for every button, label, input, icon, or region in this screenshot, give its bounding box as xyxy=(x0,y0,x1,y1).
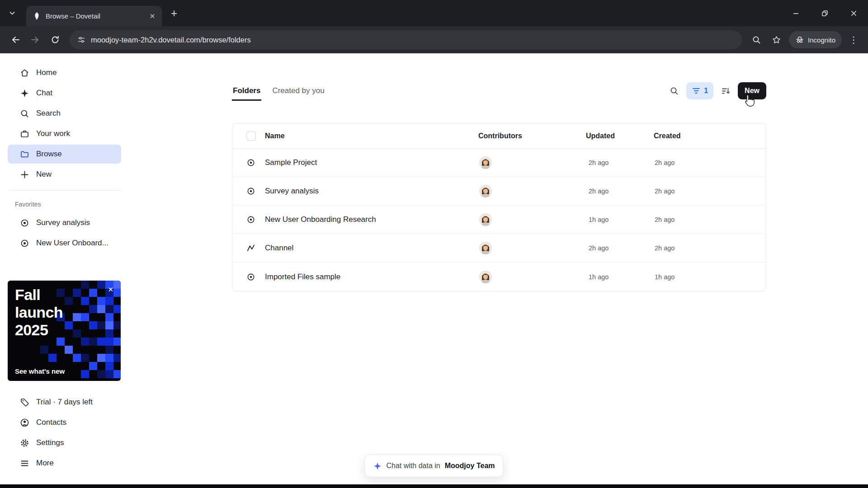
back-arrow-icon xyxy=(10,35,20,45)
favorite-item-survey-analysis[interactable]: Survey analysis xyxy=(8,213,121,232)
sort-icon xyxy=(721,86,731,96)
contributor-avatar xyxy=(479,242,492,254)
sidebar-item-label: Settings xyxy=(36,438,64,447)
column-header-name[interactable]: Name xyxy=(265,132,285,140)
back-button[interactable] xyxy=(6,31,24,49)
chat-pill-text: Chat with data in xyxy=(386,462,440,470)
reload-icon xyxy=(50,35,60,45)
folder-icon xyxy=(20,150,29,159)
favorite-item-new-user-onboarding[interactable]: New User Onboard... xyxy=(8,234,121,253)
reload-button[interactable] xyxy=(46,31,64,49)
sparkle-icon xyxy=(373,462,382,470)
plus-icon xyxy=(20,170,29,179)
promo-close-icon[interactable]: ✕ xyxy=(108,286,113,294)
folder-name: Sample Project xyxy=(265,158,317,167)
updated-value: 2h ago xyxy=(589,188,609,195)
table-row[interactable]: Imported Files sample 1h ago 1h ago xyxy=(232,263,766,291)
incognito-label: Incognito xyxy=(808,36,835,44)
created-value: 2h ago xyxy=(655,188,675,195)
sidebar-divider xyxy=(8,190,121,191)
sidebar-item-label: More xyxy=(36,459,54,468)
contributor-avatar xyxy=(479,271,492,283)
maximize-button[interactable] xyxy=(810,0,839,26)
sidebar-item-chat[interactable]: Chat xyxy=(8,84,121,103)
search-tabs-button[interactable] xyxy=(747,31,765,49)
table-row[interactable]: Sample Project 2h ago 2h ago xyxy=(232,149,766,177)
updated-value: 2h ago xyxy=(589,159,609,166)
target-icon xyxy=(246,272,255,282)
promo-card[interactable]: Fall launch 2025 ✕ See what's new xyxy=(8,281,121,381)
chat-with-data-pill[interactable]: Chat with data in Moodjoy Team xyxy=(364,455,503,477)
tag-icon xyxy=(20,398,29,407)
created-value: 1h ago xyxy=(655,273,675,281)
sidebar-item-search[interactable]: Search xyxy=(8,104,121,123)
sidebar-item-contacts[interactable]: Contacts xyxy=(8,413,121,432)
column-header-created[interactable]: Created xyxy=(654,132,681,140)
sidebar-item-settings[interactable]: Settings xyxy=(8,433,121,452)
close-icon xyxy=(850,10,857,17)
sidebar-item-label: Home xyxy=(36,68,57,77)
updated-value: 1h ago xyxy=(589,216,609,223)
tab-search-button[interactable] xyxy=(5,5,20,21)
filter-icon xyxy=(692,86,701,95)
favorite-item-label: Survey analysis xyxy=(36,218,90,227)
promo-title: Fall launch 2025 xyxy=(15,286,63,339)
sidebar-item-trial[interactable]: Trial · 7 days left xyxy=(8,393,121,412)
minimize-button[interactable] xyxy=(781,0,810,26)
created-value: 2h ago xyxy=(655,159,675,166)
target-icon xyxy=(246,158,255,167)
sidebar-item-home[interactable]: Home xyxy=(8,63,121,82)
table-header: Name Contributors Updated Created xyxy=(232,123,766,149)
tab-folders[interactable]: Folders xyxy=(232,82,261,101)
browser-tab-strip: Browse – Dovetail ✕ + xyxy=(0,0,868,26)
promo-link[interactable]: See what's new xyxy=(15,367,65,375)
favorite-item-label: New User Onboard... xyxy=(36,239,108,248)
forward-arrow-icon xyxy=(30,35,40,45)
new-tab-button[interactable]: + xyxy=(166,5,182,21)
sidebar-item-label: Search xyxy=(36,109,61,118)
site-settings-icon[interactable] xyxy=(77,35,86,44)
browser-toolbar: moodjoy-team-2h2v.dovetail.com/browse/fo… xyxy=(0,26,868,53)
sidebar-item-more[interactable]: More xyxy=(8,454,121,473)
person-icon xyxy=(20,418,29,427)
column-header-updated[interactable]: Updated xyxy=(586,132,615,140)
gear-icon xyxy=(20,438,29,448)
table-row[interactable]: Survey analysis 2h ago 2h ago xyxy=(232,177,766,206)
target-icon xyxy=(20,218,29,228)
url-text: moodjoy-team-2h2v.dovetail.com/browse/fo… xyxy=(91,36,251,44)
sidebar-item-label: Contacts xyxy=(36,418,66,427)
tab-created-by-you[interactable]: Created by you xyxy=(271,82,325,101)
sidebar-item-browse[interactable]: Browse xyxy=(8,145,121,164)
contributor-avatar xyxy=(479,185,492,197)
filter-button[interactable]: 1 xyxy=(686,82,713,99)
search-button[interactable] xyxy=(665,82,683,99)
sidebar-item-label: Your work xyxy=(36,129,70,138)
sidebar-item-label: Browse xyxy=(36,150,62,159)
new-folder-button[interactable]: New xyxy=(738,82,766,99)
select-all-checkbox[interactable] xyxy=(246,131,256,141)
table-row[interactable]: Channel 2h ago 2h ago xyxy=(232,234,766,263)
sidebar-item-label: Chat xyxy=(36,89,52,98)
close-button[interactable] xyxy=(839,0,868,26)
star-icon xyxy=(772,35,781,45)
sort-button[interactable] xyxy=(717,82,734,99)
dovetail-favicon-icon xyxy=(33,12,41,20)
folder-name: Imported Files sample xyxy=(265,272,340,282)
dovetail-app: Home Chat Search Your work Browse New Fa… xyxy=(0,53,868,484)
sidebar-item-new[interactable]: New xyxy=(8,165,121,184)
restore-icon xyxy=(821,10,828,17)
updated-value: 2h ago xyxy=(589,244,609,252)
incognito-icon xyxy=(795,35,804,44)
forward-button[interactable] xyxy=(26,31,44,49)
browser-menu-button[interactable]: ⋮ xyxy=(845,32,862,48)
sidebar-item-your-work[interactable]: Your work xyxy=(8,124,121,143)
chart-line-icon xyxy=(246,244,255,253)
sidebar: Home Chat Search Your work Browse New Fa… xyxy=(0,53,130,484)
browser-tab[interactable]: Browse – Dovetail ✕ xyxy=(26,6,162,26)
column-header-contributors[interactable]: Contributors xyxy=(478,132,522,140)
table-row[interactable]: New User Onboarding Research 1h ago 2h a… xyxy=(232,206,766,234)
tab-close-icon[interactable]: ✕ xyxy=(147,11,157,21)
bookmark-button[interactable] xyxy=(767,31,785,49)
address-bar[interactable]: moodjoy-team-2h2v.dovetail.com/browse/fo… xyxy=(70,30,742,49)
updated-value: 1h ago xyxy=(589,273,609,281)
